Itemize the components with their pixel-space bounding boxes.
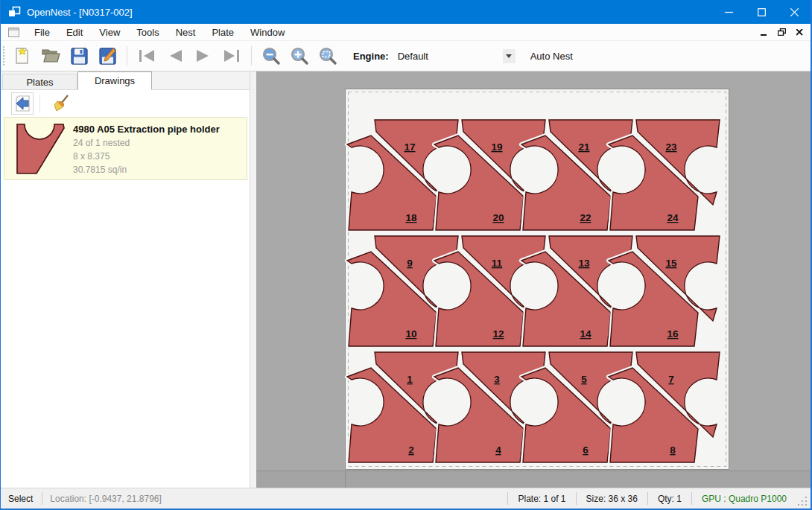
previous-plate-button[interactable] (163, 44, 187, 68)
part-number-label: 9 (407, 258, 413, 269)
drawing-title: 4980 A05 Extraction pipe holder (73, 124, 220, 135)
part-number-label: 15 (665, 258, 677, 269)
broom-icon (53, 95, 71, 112)
save-button[interactable] (67, 44, 91, 68)
part-number-label: 3 (494, 374, 500, 385)
part-number-label: 23 (665, 141, 677, 153)
zoom-out-icon (261, 46, 281, 66)
toolbar-separator (39, 95, 40, 112)
status-mode: Select (1, 494, 42, 504)
resize-grip[interactable] (798, 497, 808, 507)
new-button[interactable] (10, 44, 34, 68)
import-arrow-icon (13, 95, 31, 112)
last-plate-button[interactable] (220, 44, 244, 68)
save-as-icon (98, 47, 117, 66)
toolbar-separator (127, 46, 127, 66)
toolbar-grip[interactable] (3, 46, 6, 66)
part-number-label: 4 (495, 444, 501, 456)
menu-edit[interactable]: Edit (58, 25, 91, 40)
engine-label: Engine: (353, 51, 389, 62)
part-number-label: 10 (405, 328, 416, 340)
maximize-button[interactable] (745, 0, 778, 24)
status-size: Size: 36 x 36 (577, 494, 647, 504)
close-button[interactable] (778, 0, 811, 24)
engine-select[interactable]: Default (395, 47, 516, 65)
status-location: Location: [-0.9437, 21.8796] (42, 494, 161, 504)
mdi-minimize-button[interactable] (757, 26, 770, 38)
part-number-label: 16 (667, 328, 679, 340)
next-plate-button[interactable] (191, 44, 215, 68)
drawing-dimensions: 8 x 8.375 (73, 151, 220, 162)
zoom-in-icon (290, 46, 309, 66)
tab-drawings[interactable]: Drawings (77, 71, 152, 90)
menu-bar: File Edit View Tools Nest Plate Window (1, 24, 811, 41)
status-gpu: GPU : Quadro P1000 (692, 494, 796, 504)
zoom-out-button[interactable] (259, 44, 283, 68)
part-number-label: 20 (492, 212, 504, 223)
part-number-label: 8 (670, 444, 676, 456)
menu-plate[interactable]: Plate (203, 25, 242, 40)
part-number-label: 11 (492, 258, 503, 269)
part-number-label: 19 (491, 141, 502, 153)
zoom-fit-button[interactable] (316, 44, 340, 68)
part-number-label: 13 (578, 258, 590, 269)
menu-window[interactable]: Window (242, 25, 293, 40)
drawing-nested-count: 24 of 1 nested (73, 138, 220, 148)
menu-view[interactable]: View (91, 25, 128, 40)
part-number-label: 17 (404, 141, 415, 153)
save-floppy-icon (70, 47, 89, 66)
app-window: OpenNest - [N0317-002] File Edit View To… (0, 0, 812, 510)
canvas-scroll-gutter (256, 471, 811, 488)
status-bar: Select Location: [-0.9437, 21.8796] Plat… (1, 488, 811, 509)
zoom-fit-icon (318, 46, 337, 66)
part-number-label: 24 (667, 212, 679, 223)
part-number-label: 22 (580, 212, 591, 223)
part-number-label: 21 (578, 141, 590, 153)
first-plate-button[interactable] (135, 44, 159, 68)
toolbar-separator (251, 46, 252, 66)
open-button[interactable] (39, 44, 63, 68)
drawings-panel: Plates Drawings (1, 71, 250, 488)
import-drawing-button[interactable] (11, 92, 34, 115)
part-number-label: 12 (492, 328, 504, 340)
tab-plates[interactable]: Plates (2, 74, 77, 89)
sidebar-tabs: Plates Drawings (1, 71, 250, 90)
auto-nest-button[interactable]: Auto Nest (526, 48, 577, 65)
zoom-in-button[interactable] (288, 44, 311, 68)
part-number-label: 5 (581, 374, 587, 385)
menu-file[interactable]: File (26, 25, 58, 40)
mdi-close-button[interactable] (793, 26, 806, 38)
chevron-down-icon[interactable] (503, 49, 516, 63)
status-qty: Qty: 1 (648, 494, 691, 504)
app-logo-icon (8, 6, 21, 18)
part-number-label: 1 (407, 374, 413, 385)
window-title: OpenNest - [N0317-002] (27, 7, 712, 18)
mdi-restore-button[interactable] (775, 26, 788, 38)
part-number-label: 14 (580, 328, 591, 340)
main-toolbar: Engine: Default Auto Nest (1, 41, 811, 71)
status-plate: Plate: 1 of 1 (508, 494, 575, 504)
save-as-button[interactable] (95, 44, 119, 68)
part-number-label: 7 (668, 374, 674, 385)
mdi-document-icon[interactable] (8, 28, 19, 37)
new-document-icon (13, 46, 32, 66)
menu-nest[interactable]: Nest (168, 25, 204, 40)
part-number-label: 2 (408, 444, 414, 456)
engine-value: Default (395, 51, 503, 62)
drawing-area: 30.7815 sq/in (73, 165, 220, 175)
part-number-label: 18 (405, 212, 417, 223)
part-thumbnail (4, 118, 73, 179)
part-number-label: 6 (583, 444, 589, 456)
minimize-button[interactable] (712, 0, 745, 24)
clear-drawings-button[interactable] (51, 92, 73, 115)
drawing-list-item[interactable]: 4980 A05 Extraction pipe holder 24 of 1 … (4, 117, 247, 180)
menu-tools[interactable]: Tools (128, 25, 167, 40)
panel-splitter[interactable] (250, 71, 256, 488)
nest-canvas[interactable]: 171921231820222491113151012141613572468 (256, 71, 811, 488)
title-bar: OpenNest - [N0317-002] (1, 0, 811, 24)
open-folder-icon (41, 46, 61, 66)
drawings-toolbar (1, 90, 250, 116)
